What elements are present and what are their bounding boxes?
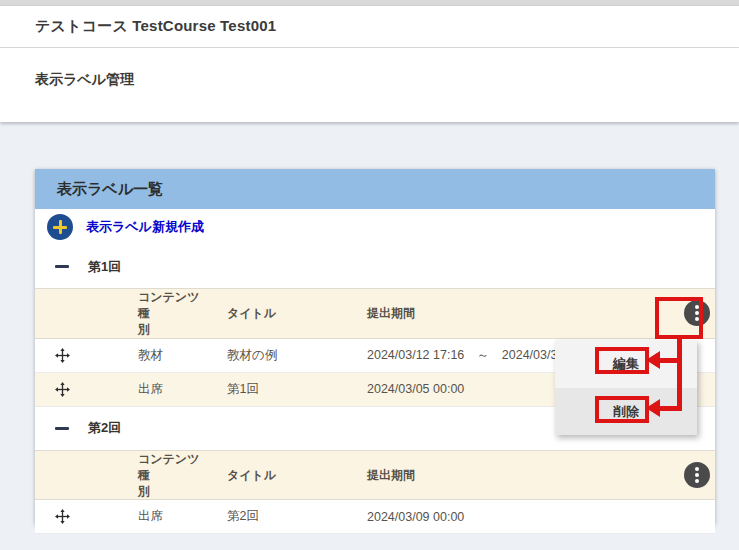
page-title: 表示ラベル管理 [35,71,134,87]
period-column-header: 提出期間 [347,450,659,500]
labels-table-2: コンテンツ種 別 タイトル 提出期間 出席 第2回 2024/03/09 00:… [35,450,715,535]
collapse-minus-icon[interactable] [55,265,69,268]
move-icon[interactable] [55,382,70,397]
kebab-menu-icon[interactable] [684,462,710,488]
create-label-row: 表示ラベル新規作成 [35,209,715,245]
panel-header: 表示ラベル一覧 [35,169,715,209]
table-header-row: コンテンツ種 別 タイトル 提出期間 [35,289,715,339]
move-icon[interactable] [55,509,70,524]
course-title: テストコース TestCourse Test001 [35,17,276,36]
content-type-column-header: コンテンツ種 別 [118,289,207,339]
move-icon[interactable] [55,348,70,363]
cell-content-type: 教材 [118,338,207,372]
content-type-column-header: コンテンツ種 別 [118,450,207,500]
context-menu: 編集 削除 [555,340,697,435]
drag-handle-cell [35,338,118,372]
panel-title: 表示ラベル一覧 [57,180,163,199]
section-header-1: 第1回 [35,245,715,288]
actions-column-header [659,289,715,339]
collapse-minus-icon[interactable] [55,427,69,430]
plus-icon[interactable] [47,214,73,240]
section-label: 第1回 [88,258,121,276]
cell-period: 2024/03/09 00:00 [347,500,659,534]
cell-actions [659,500,715,534]
handle-column-header [35,289,118,339]
menu-item-delete[interactable]: 削除 [555,388,697,435]
cell-title: 教材の例 [207,338,347,372]
actions-column-header [659,450,715,500]
table-header-row: コンテンツ種 別 タイトル 提出期間 [35,450,715,500]
handle-column-header [35,450,118,500]
cell-title: 第1回 [207,372,347,406]
title-column-header: タイトル [207,289,347,339]
cell-content-type: 出席 [118,372,207,406]
title-column-header: タイトル [207,450,347,500]
course-header: テストコース TestCourse Test001 [0,6,739,48]
cell-title: 第2回 [207,500,347,534]
cell-content-type: 出席 [118,500,207,534]
drag-handle-cell [35,372,118,406]
table-row: 出席 第2回 2024/03/09 00:00 [35,500,715,534]
menu-item-edit[interactable]: 編集 [555,340,697,388]
period-column-header: 提出期間 [347,289,659,339]
page-header: 表示ラベル管理 [0,48,739,122]
kebab-menu-icon[interactable] [684,300,710,326]
drag-handle-cell [35,500,118,534]
create-label-link[interactable]: 表示ラベル新規作成 [86,218,204,236]
section-label: 第2回 [88,419,121,437]
